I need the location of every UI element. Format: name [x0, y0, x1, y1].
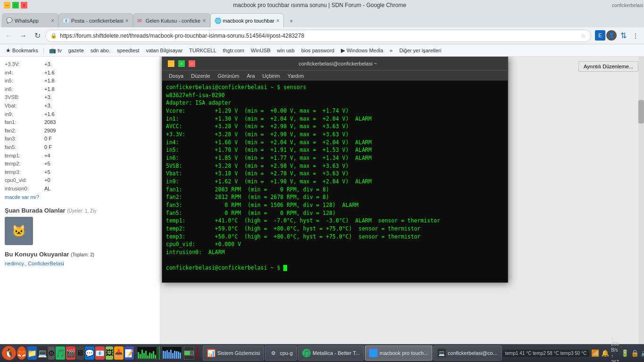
updates-icon[interactable]: 🔔: [601, 349, 609, 357]
bookmark-gazete-label: gazete: [68, 48, 84, 53]
right-panel: Ayrıntılı Düzenleme...: [578, 61, 638, 72]
power-mgmt-icon[interactable]: 🔋: [621, 349, 629, 357]
tab-close-gelen[interactable]: ×: [202, 17, 206, 24]
bookmark-vatan[interactable]: vatan Bilgisayar: [143, 47, 186, 54]
sensor-value: +3.: [44, 60, 52, 69]
network-icon[interactable]: 📶: [591, 349, 599, 357]
sensor-row: intrusion0: AL: [5, 185, 155, 193]
ql-media[interactable]: 🎵: [56, 346, 65, 360]
main-scrollbar[interactable]: [638, 57, 644, 344]
terminal-minimize-button[interactable]: ─: [168, 60, 174, 67]
window-title: macbook pro touchbar ısınma sorunu | SDN…: [27, 2, 612, 8]
scrollbar-thumb[interactable]: [638, 100, 644, 123]
bookmark-gazete[interactable]: gazete: [66, 47, 87, 54]
bookmark-sdn[interactable]: sdn abo.: [88, 47, 113, 54]
bookmark-tv-label: tv: [58, 48, 62, 53]
terminal-menu-dosya[interactable]: Dosya: [165, 72, 187, 80]
bookmark-winusb2[interactable]: win usb: [274, 47, 297, 54]
terminal-menu-duzenle[interactable]: Düzenle: [187, 72, 214, 80]
bookmark-more[interactable]: »: [387, 47, 396, 54]
terminal-menu-ucbirim[interactable]: Uçbirim: [259, 72, 284, 80]
terminal-window: ─ + × confickerbelasi@confickerbelasi ~ …: [162, 57, 508, 283]
reload-button[interactable]: ↻: [31, 30, 43, 42]
tv-icon: 📺: [49, 47, 56, 54]
tab-macbook[interactable]: 🌐 macbook pro touchbar ×: [210, 13, 284, 27]
bookmark-tv[interactable]: 📺 tv: [46, 46, 65, 55]
tab-gelen[interactable]: ✉ Gelen Kutusu - conficke ×: [133, 13, 210, 27]
ql-download[interactable]: 📥: [114, 346, 124, 360]
taskbar-metallica[interactable]: 🎵 Metallica - Better T...: [298, 346, 364, 361]
terminal-menu-ara[interactable]: Ara: [243, 72, 258, 80]
menu-button[interactable]: ⋮: [630, 30, 641, 41]
terminal-maximize-button[interactable]: +: [178, 60, 185, 67]
forward-button[interactable]: →: [17, 30, 29, 42]
tab-close-whatsapp[interactable]: ×: [51, 17, 54, 24]
bookmark-bios[interactable]: bios password: [298, 47, 337, 54]
net-speed-display: ↓ 206 B/s ↑ 267 B/s: [611, 335, 619, 362]
tab-close-macbook[interactable]: ×: [276, 17, 280, 24]
bookmark-star-icon[interactable]: ☆: [581, 33, 586, 39]
terminal-menu-yardim[interactable]: Yardım: [284, 72, 308, 80]
tab-bar: 💬 WhatsApp × 📧 Posta - confickerbelasi ×…: [0, 10, 644, 27]
minimize-button[interactable]: ─: [4, 2, 10, 8]
profile-label[interactable]: confickerbelasi: [612, 3, 640, 8]
profile-icon-button[interactable]: 👤: [606, 30, 617, 41]
bookmark-thgtr[interactable]: thgtr.com: [220, 47, 247, 54]
security-lock-icon: 🔒: [50, 33, 57, 39]
sensor-row: fan5: 0 F: [5, 143, 155, 152]
lock-icon[interactable]: 🔒: [631, 349, 639, 357]
terminal-close-button[interactable]: ×: [189, 60, 195, 67]
bookmark-bios-label: bios password: [301, 48, 334, 53]
detailed-edit-button[interactable]: Ayrıntılı Düzenleme...: [578, 61, 638, 72]
sync-icon-button[interactable]: ⇅: [618, 30, 629, 41]
volume-icon[interactable]: 🔊: [641, 349, 644, 357]
back-button[interactable]: ←: [3, 30, 15, 42]
taskbar-macbook[interactable]: 🌐 macbook pro touch...: [365, 346, 432, 361]
terminal-menu-gorunum[interactable]: Görünüm: [214, 72, 243, 80]
tab-close-posta[interactable]: ×: [125, 17, 129, 24]
ql-mail[interactable]: 📧: [95, 346, 105, 360]
maximize-button[interactable]: □: [12, 2, 19, 8]
bookmark-speedtest[interactable]: speedtest: [114, 47, 142, 54]
terminal-output: confickerbelasi@confickerbelasi ~ $ sens…: [166, 83, 504, 272]
nav-bar: ← → ↻ 🔒 https://forum.shiftdelete.net/th…: [0, 27, 644, 44]
bookmark-winusb[interactable]: WinUSB: [248, 47, 273, 54]
address-bar[interactable]: 🔒 https://forum.shiftdelete.net/threads/…: [45, 30, 591, 42]
tab-favicon-macbook: 🌐: [215, 17, 221, 24]
ql-photo[interactable]: 🖼: [106, 346, 113, 360]
bookmark-other[interactable]: Diğer yer işaretleri: [396, 47, 444, 54]
bookmark-windows-media[interactable]: ▶ Windows Media: [338, 46, 386, 55]
taskbar-cpug[interactable]: ⚙ cpu-g: [265, 346, 297, 361]
bookmarks-bar: ★ Bookmarks | 📺 tv gazete sdn abo. speed…: [0, 44, 644, 57]
tab-favicon-gelen: ✉: [137, 17, 144, 24]
bookmark-turkcell[interactable]: TURKCELL: [186, 47, 219, 54]
taskbar-cpug-label: cpu-g: [280, 350, 293, 356]
taskbar-sistem[interactable]: 📊 Sistem Gözlemcisi: [203, 346, 264, 361]
ql-text[interactable]: 📝: [124, 346, 134, 360]
bookmark-more-label: »: [390, 48, 393, 53]
terminal-body[interactable]: confickerbelasi@confickerbelasi ~ $ sens…: [162, 81, 508, 282]
ql-terminal[interactable]: 💻: [38, 346, 47, 360]
tab-favicon-whatsapp: 💬: [6, 17, 13, 24]
sensor-row: fan1: 2083: [5, 118, 155, 127]
sensor-row: in5: +1.8: [5, 77, 155, 85]
windows-media-icon: ▶: [341, 47, 345, 54]
bookmark-bookmarks[interactable]: ★ Bookmarks: [3, 46, 41, 55]
ql-firefox[interactable]: 🦊: [17, 346, 26, 360]
ql-settings[interactable]: ⚙: [48, 346, 55, 360]
new-tab-button[interactable]: +: [286, 15, 297, 27]
ql-chat[interactable]: 💬: [85, 346, 94, 360]
extensions-button[interactable]: E: [595, 30, 605, 41]
taskbar-terminal-label: confickerbelasi@co...: [448, 350, 497, 356]
ql-screen[interactable]: 🖥: [76, 346, 84, 360]
ql-video[interactable]: 🎬: [66, 346, 75, 360]
bookmark-turkcell-label: TURKCELL: [189, 48, 216, 53]
tab-whatsapp[interactable]: 💬 WhatsApp ×: [2, 13, 58, 27]
taskbar-terminal[interactable]: 💻 confickerbelasi@co...: [433, 346, 502, 361]
tab-posta[interactable]: 📧 Posta - confickerbelasi ×: [58, 13, 133, 27]
ql-files[interactable]: 📁: [27, 346, 37, 360]
start-button[interactable]: 🐧: [2, 346, 16, 360]
terminal-taskbar-icon: 💻: [438, 349, 446, 357]
start-icon: 🐧: [4, 348, 14, 358]
close-button[interactable]: ×: [21, 2, 27, 8]
